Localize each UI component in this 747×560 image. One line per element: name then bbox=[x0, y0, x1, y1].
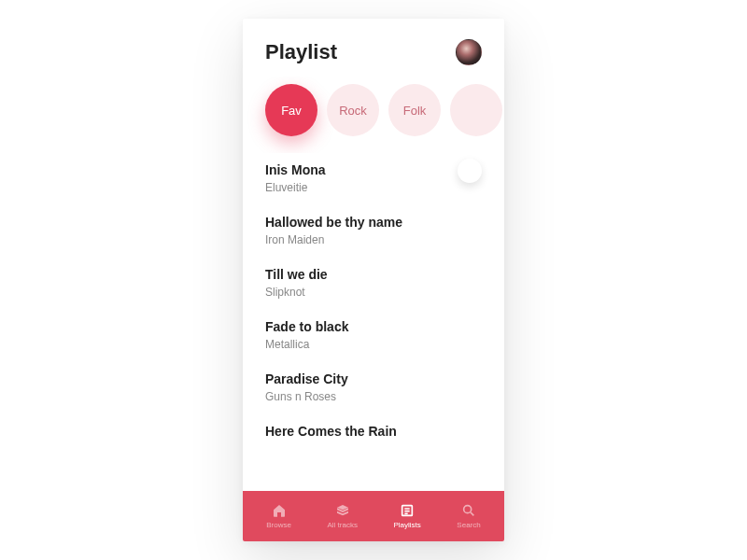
chip-folk[interactable]: Folk bbox=[388, 84, 441, 136]
track-item[interactable]: Here Comes the Rain bbox=[265, 414, 482, 454]
home-icon bbox=[272, 503, 287, 518]
page-title: Playlist bbox=[265, 40, 337, 64]
track-artist: Eluveitie bbox=[265, 181, 482, 194]
chip-rock[interactable]: Rock bbox=[327, 84, 379, 136]
bottom-nav: Browse All tracks Playlists Search bbox=[243, 491, 504, 541]
svg-line-5 bbox=[471, 512, 473, 515]
nav-label: Search bbox=[457, 521, 480, 529]
nav-browse[interactable]: Browse bbox=[261, 499, 297, 533]
stack-icon bbox=[335, 503, 350, 518]
track-title: Here Comes the Rain bbox=[265, 424, 482, 439]
avatar[interactable] bbox=[456, 39, 482, 65]
search-icon bbox=[461, 503, 476, 518]
track-artist: Slipknot bbox=[265, 286, 482, 299]
track-artist: Iron Maiden bbox=[265, 233, 482, 246]
list-icon bbox=[400, 503, 415, 518]
nav-playlists[interactable]: Playlists bbox=[388, 499, 426, 533]
track-artist: Metallica bbox=[265, 338, 482, 351]
nav-label: All tracks bbox=[327, 521, 357, 529]
track-item[interactable]: Inis Mona Eluveitie bbox=[265, 153, 482, 205]
nav-all-tracks[interactable]: All tracks bbox=[321, 499, 362, 533]
chip-more[interactable] bbox=[450, 84, 502, 136]
track-title: Inis Mona bbox=[265, 162, 482, 177]
header: Playlist bbox=[243, 19, 504, 77]
nav-search[interactable]: Search bbox=[451, 499, 486, 533]
category-chips: Fav Rock Folk bbox=[243, 77, 504, 153]
track-title: Till we die bbox=[265, 267, 482, 282]
play-icon[interactable] bbox=[458, 159, 482, 183]
track-list[interactable]: Inis Mona Eluveitie Hallowed be thy name… bbox=[243, 153, 504, 491]
track-title: Paradise City bbox=[265, 371, 482, 386]
track-title: Fade to black bbox=[265, 319, 482, 334]
track-item[interactable]: Hallowed be thy name Iron Maiden bbox=[265, 205, 482, 258]
track-item[interactable]: Fade to black Metallica bbox=[265, 310, 482, 362]
svg-point-4 bbox=[464, 506, 472, 513]
chip-fav[interactable]: Fav bbox=[265, 84, 317, 136]
track-title: Hallowed be thy name bbox=[265, 215, 482, 230]
track-item[interactable]: Till we die Slipknot bbox=[265, 258, 482, 310]
track-item[interactable]: Paradise City Guns n Roses bbox=[265, 362, 482, 414]
nav-label: Playlists bbox=[393, 521, 420, 529]
nav-label: Browse bbox=[266, 521, 291, 529]
track-artist: Guns n Roses bbox=[265, 390, 482, 403]
phone-frame: Playlist Fav Rock Folk Inis Mona Eluveit… bbox=[243, 19, 504, 541]
